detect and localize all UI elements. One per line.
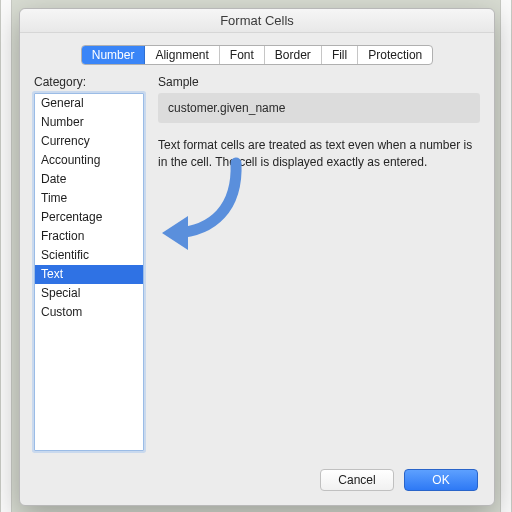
ok-button[interactable]: OK (404, 469, 478, 491)
svg-marker-0 (162, 216, 188, 250)
tab-fill[interactable]: Fill (322, 46, 358, 64)
category-item-date[interactable]: Date (35, 170, 143, 189)
category-label: Category: (34, 75, 144, 89)
category-item-fraction[interactable]: Fraction (35, 227, 143, 246)
category-item-scientific[interactable]: Scientific (35, 246, 143, 265)
tab-number[interactable]: Number (82, 46, 146, 64)
category-item-number[interactable]: Number (35, 113, 143, 132)
category-item-currency[interactable]: Currency (35, 132, 143, 151)
cancel-button[interactable]: Cancel (320, 469, 394, 491)
tab-protection[interactable]: Protection (358, 46, 432, 64)
category-item-time[interactable]: Time (35, 189, 143, 208)
sample-value: customer.given_name (158, 93, 480, 123)
format-description: Text format cells are treated as text ev… (158, 137, 480, 171)
category-listbox[interactable]: GeneralNumberCurrencyAccountingDateTimeP… (34, 93, 144, 451)
category-item-percentage[interactable]: Percentage (35, 208, 143, 227)
tab-border[interactable]: Border (265, 46, 322, 64)
category-item-special[interactable]: Special (35, 284, 143, 303)
dialog-title: Format Cells (20, 9, 494, 33)
tab-bar: NumberAlignmentFontBorderFillProtection (20, 33, 494, 75)
dialog-footer: Cancel OK (20, 459, 494, 505)
sample-label: Sample (158, 75, 480, 89)
category-item-general[interactable]: General (35, 94, 143, 113)
category-item-custom[interactable]: Custom (35, 303, 143, 322)
category-item-accounting[interactable]: Accounting (35, 151, 143, 170)
tab-alignment[interactable]: Alignment (145, 46, 219, 64)
format-cells-dialog: Format Cells NumberAlignmentFontBorderFi… (19, 8, 495, 506)
tab-font[interactable]: Font (220, 46, 265, 64)
category-item-text[interactable]: Text (35, 265, 143, 284)
